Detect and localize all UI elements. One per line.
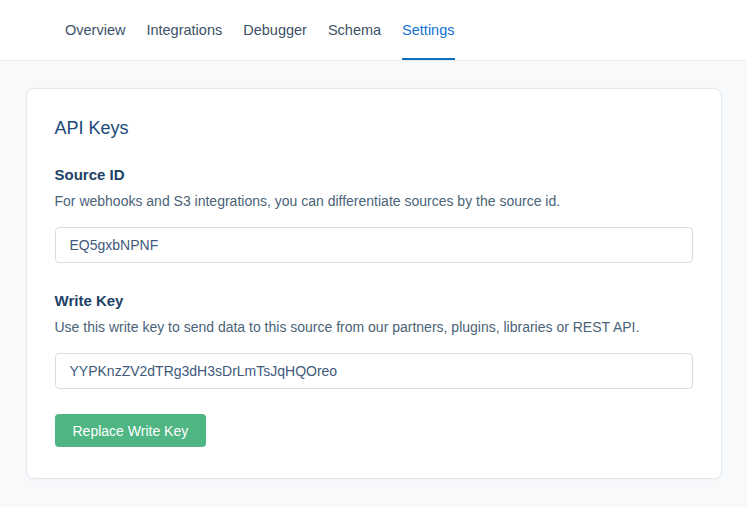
write-key-description: Use this write key to send data to this …: [55, 319, 693, 335]
tab-debugger[interactable]: Debugger: [243, 0, 307, 60]
tab-settings[interactable]: Settings: [402, 0, 454, 60]
source-id-label: Source ID: [55, 166, 693, 183]
tab-bar: Overview Integrations Debugger Schema Se…: [0, 0, 747, 61]
api-keys-card: API Keys Source ID For webhooks and S3 i…: [26, 88, 722, 479]
source-id-section: Source ID For webhooks and S3 integratio…: [55, 166, 693, 263]
write-key-label: Write Key: [55, 292, 693, 309]
write-key-input[interactable]: [55, 353, 693, 389]
tab-schema[interactable]: Schema: [328, 0, 381, 60]
tab-overview[interactable]: Overview: [65, 0, 125, 60]
card-title: API Keys: [55, 118, 693, 139]
tab-integrations[interactable]: Integrations: [146, 0, 222, 60]
source-id-description: For webhooks and S3 integrations, you ca…: [55, 193, 693, 209]
tab-list: Overview Integrations Debugger Schema Se…: [65, 0, 455, 60]
settings-page: API Keys Source ID For webhooks and S3 i…: [0, 88, 747, 479]
write-key-section: Write Key Use this write key to send dat…: [55, 292, 693, 389]
source-id-input[interactable]: [55, 227, 693, 263]
replace-write-key-button[interactable]: Replace Write Key: [55, 414, 207, 447]
